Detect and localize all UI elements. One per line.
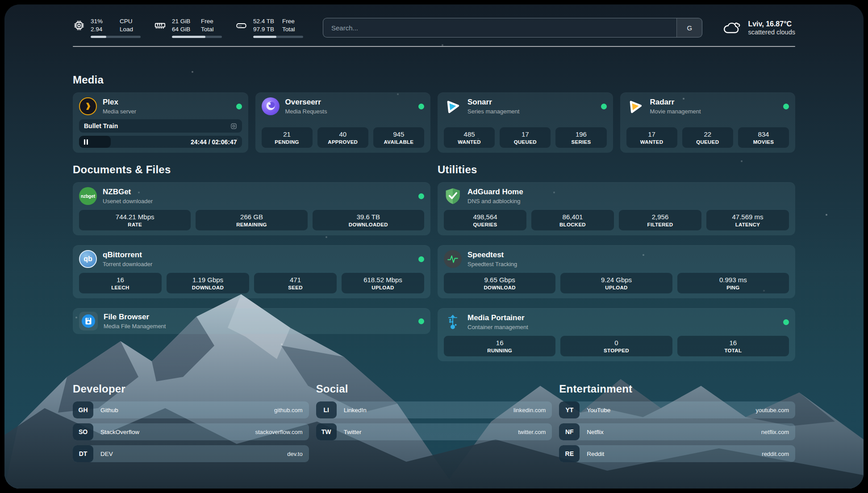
entertainment-links-section: Entertainment YT YouTube youtube.com NF … bbox=[559, 383, 795, 462]
weather-location-temp: Lviv, 16.87°C bbox=[748, 20, 795, 29]
radarr-card[interactable]: Radarr Movie management 17WANTED 22QUEUE… bbox=[620, 92, 796, 153]
ram-free-value: 21 GiB bbox=[172, 17, 195, 25]
cpu-usage-label: CPU bbox=[120, 17, 133, 25]
disk-free-value: 52.4 TB bbox=[253, 17, 276, 25]
nzbget-stat-downloaded: 39.6 TBDOWNLOADED bbox=[313, 210, 424, 230]
cpu-icon bbox=[73, 19, 85, 31]
adguard-name: AdGuard Home bbox=[467, 188, 523, 196]
disk-icon bbox=[235, 19, 247, 31]
qbittorrent-stat-seed: 471SEED bbox=[254, 273, 337, 293]
radarr-stat-wanted: 17WANTED bbox=[626, 127, 677, 148]
link-dev[interactable]: DT DEV dev.to bbox=[73, 445, 309, 462]
adguard-card[interactable]: AdGuard Home DNS and adblocking 498,564Q… bbox=[438, 182, 795, 235]
ram-progress-bar bbox=[172, 36, 222, 38]
link-github[interactable]: GH Github github.com bbox=[73, 401, 309, 418]
speedtest-card[interactable]: Speedtest Speedtest Tracking 9.65 GbpsDO… bbox=[438, 245, 795, 298]
link-stackoverflow[interactable]: SO StackOverflow stackoverflow.com bbox=[73, 423, 309, 440]
portainer-status-dot bbox=[783, 319, 789, 325]
plex-subtitle: Media server bbox=[103, 108, 136, 115]
search-bar: G bbox=[323, 18, 702, 38]
filebrowser-card[interactable]: File Browser Media File Management bbox=[73, 308, 430, 334]
radarr-status-dot bbox=[783, 104, 789, 109]
disk-total-label: Total bbox=[282, 25, 295, 33]
qbittorrent-icon: qb bbox=[79, 250, 97, 268]
plex-card[interactable]: Plex Media server Bullet Train bbox=[73, 92, 248, 153]
cpu-load-value: 2.94 bbox=[91, 25, 114, 33]
plex-now-playing-title: Bullet Train bbox=[84, 122, 118, 130]
cpu-usage-value: 31% bbox=[91, 17, 114, 25]
social-heading: Social bbox=[316, 383, 552, 395]
overseerr-subtitle: Media Requests bbox=[285, 108, 327, 115]
sonarr-stat-series: 196SERIES bbox=[555, 127, 606, 148]
plex-time: 24:44 / 02:06:47 bbox=[191, 138, 237, 146]
snow-particles bbox=[4, 4, 5, 5]
ram-icon bbox=[154, 19, 166, 31]
social-links-section: Social LI LinkedIn linkedin.com TW Twitt… bbox=[316, 383, 552, 462]
plex-status-dot bbox=[236, 104, 242, 109]
entertainment-heading: Entertainment bbox=[559, 383, 795, 395]
sonarr-name: Sonarr bbox=[467, 98, 519, 107]
portainer-stat-total: 16TOTAL bbox=[677, 336, 789, 356]
disk-total-value: 97.9 TB bbox=[253, 25, 276, 33]
cpu-stat-group: 31% 2.94 CPU Load bbox=[73, 17, 141, 38]
cloud-icon bbox=[723, 20, 742, 35]
disk-stat-group: 52.4 TB 97.9 TB Free Total bbox=[235, 17, 303, 38]
overseerr-icon bbox=[262, 97, 280, 115]
plex-name: Plex bbox=[103, 98, 136, 107]
speedtest-name: Speedtest bbox=[467, 251, 517, 259]
qbittorrent-card[interactable]: qb qBittorrent Torrent downloader 16LEEC… bbox=[73, 245, 430, 298]
documents-section-heading: Documents & Files bbox=[73, 163, 430, 176]
link-twitter[interactable]: TW Twitter twitter.com bbox=[316, 423, 552, 440]
link-reddit[interactable]: RE Reddit reddit.com bbox=[559, 445, 795, 462]
sonarr-status-dot bbox=[601, 104, 607, 109]
nzbget-stat-remaining: 266 GBREMAINING bbox=[196, 210, 307, 230]
ram-total-label: Total bbox=[201, 25, 214, 33]
search-engine-button[interactable]: G bbox=[676, 18, 702, 37]
link-linkedin[interactable]: LI LinkedIn linkedin.com bbox=[316, 401, 552, 418]
qbittorrent-name: qBittorrent bbox=[103, 251, 152, 259]
portainer-card[interactable]: Media Portainer Container management 16R… bbox=[438, 308, 795, 361]
disk-progress-bar bbox=[253, 36, 303, 38]
portainer-stat-running: 16RUNNING bbox=[444, 336, 555, 356]
nzbget-card[interactable]: nzbget NZBGet Usenet downloader 744.21 M… bbox=[73, 182, 430, 235]
sonarr-stat-wanted: 485WANTED bbox=[444, 127, 495, 148]
adguard-subtitle: DNS and adblocking bbox=[467, 198, 523, 205]
nzbget-subtitle: Usenet downloader bbox=[103, 198, 153, 205]
overseerr-card[interactable]: Overseerr Media Requests 21PENDING 40APP… bbox=[255, 92, 431, 153]
adguard-stat-queries: 498,564QUERIES bbox=[444, 210, 526, 230]
nzbget-stat-rate: 744.21 MbpsRATE bbox=[79, 210, 191, 230]
github-abbr-chip: GH bbox=[73, 401, 93, 418]
cpu-load-label: Load bbox=[120, 25, 133, 33]
portainer-stat-stopped: 0STOPPED bbox=[560, 336, 672, 356]
ram-free-label: Free bbox=[201, 17, 214, 25]
reddit-abbr-chip: RE bbox=[559, 445, 580, 462]
adguard-stat-blocked: 86,401BLOCKED bbox=[531, 210, 614, 230]
speedtest-icon bbox=[444, 250, 462, 268]
pause-button[interactable] bbox=[84, 139, 88, 145]
cpu-progress-bar bbox=[91, 36, 141, 38]
dev-abbr-chip: DT bbox=[73, 445, 93, 462]
overseerr-stat-available: 945AVAILABLE bbox=[373, 127, 424, 148]
dashboard-window: 31% 2.94 CPU Load bbox=[4, 4, 864, 489]
weather-widget[interactable]: Lviv, 16.87°C scattered clouds bbox=[723, 20, 795, 36]
link-youtube[interactable]: YT YouTube youtube.com bbox=[559, 401, 795, 418]
radarr-stat-queued: 22QUEUED bbox=[682, 127, 733, 148]
video-camera-icon[interactable] bbox=[230, 123, 237, 130]
plex-player-progress: 24:44 / 02:06:47 bbox=[79, 136, 242, 148]
nzbget-name: NZBGet bbox=[103, 188, 153, 196]
overseerr-name: Overseerr bbox=[285, 98, 327, 107]
sonarr-card[interactable]: Sonarr Series management 485WANTED 17QUE… bbox=[438, 92, 613, 153]
header-divider bbox=[73, 46, 795, 47]
plex-icon bbox=[79, 97, 97, 115]
speedtest-stat-upload: 9.24 GbpsUPLOAD bbox=[560, 273, 672, 293]
search-input[interactable] bbox=[323, 18, 676, 37]
link-netflix[interactable]: NF Netflix netflix.com bbox=[559, 423, 795, 440]
developer-heading: Developer bbox=[73, 383, 309, 395]
speedtest-stat-ping: 0.993 msPING bbox=[677, 273, 789, 293]
sonarr-icon bbox=[444, 97, 462, 115]
overseerr-stat-pending: 21PENDING bbox=[262, 127, 313, 148]
adguard-icon bbox=[444, 187, 462, 205]
nzbget-status-dot bbox=[418, 193, 424, 199]
overseerr-stat-approved: 40APPROVED bbox=[317, 127, 368, 148]
portainer-name: Media Portainer bbox=[467, 313, 528, 322]
